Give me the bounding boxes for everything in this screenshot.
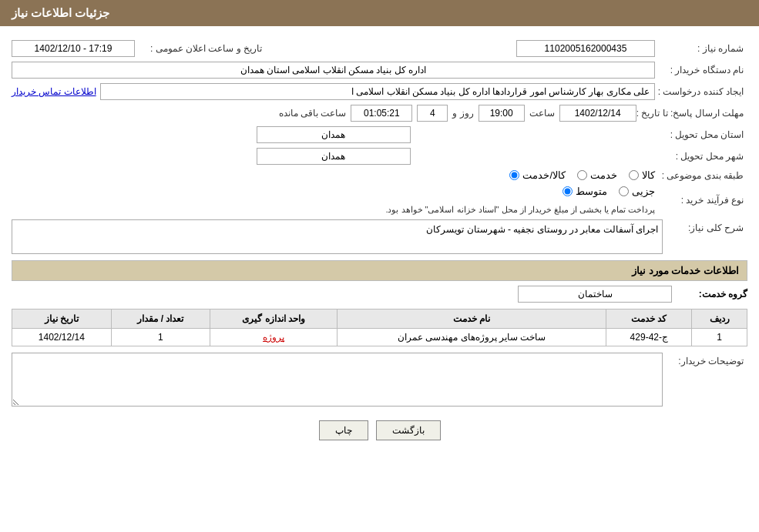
need-desc-label: شرح کلی نیاز: <box>663 223 747 233</box>
col-service-code: کد خدمت <box>606 309 692 329</box>
time-label: ساعت <box>529 108 555 119</box>
date-input[interactable] <box>559 105 636 122</box>
days-input[interactable] <box>417 105 448 122</box>
remaining-label: ساعت باقی مانده <box>279 108 347 119</box>
province-label: استان محل تحویل : <box>655 129 747 140</box>
category-goods-service-radio[interactable] <box>509 170 519 180</box>
city-input[interactable] <box>257 148 411 165</box>
city-label: شهر محل تحویل : <box>655 151 747 162</box>
creator-contact-link[interactable]: اطلاعات تماس خریدار <box>12 86 96 97</box>
back-button[interactable]: بازگشت <box>376 420 441 440</box>
action-buttons: بازگشت چاپ <box>12 420 747 440</box>
time-input[interactable] <box>479 105 525 122</box>
need-desc-box[interactable]: اجرای آسفالت معابر در روستای نجفیه - شهر… <box>12 219 663 254</box>
purchase-type-label: نوع فرآیند خرید : <box>655 195 747 206</box>
purchase-partial-radio[interactable] <box>619 186 629 196</box>
page-title: جزئیات اطلاعات نیاز <box>12 6 109 19</box>
col-unit: واحد اندازه گیری <box>210 309 338 329</box>
purchase-partial-label: جزیی <box>632 186 655 197</box>
service-name-cell: ساخت سایر پروژه‌های مهندسی عمران <box>337 329 606 346</box>
purchase-medium-option[interactable]: متوسط <box>563 186 607 197</box>
creator-label: ایجاد کننده درخواست : <box>655 86 747 97</box>
col-row-num: ردیف <box>692 309 747 329</box>
print-button[interactable]: چاپ <box>319 420 368 440</box>
send-deadline-label: مهلت ارسال پاسخ: تا تاریخ : <box>636 108 747 119</box>
need-date-cell: 1402/12/14 <box>12 329 112 346</box>
remaining-input[interactable] <box>351 105 412 122</box>
page-header: جزئیات اطلاعات نیاز <box>0 0 759 26</box>
days-label: روز و <box>452 108 473 119</box>
col-quantity: تعداد / مقدار <box>111 309 210 329</box>
province-input[interactable] <box>257 126 411 143</box>
category-service-radio[interactable] <box>577 170 587 180</box>
category-service-option[interactable]: خدمت <box>577 169 617 181</box>
creator-input[interactable] <box>100 83 655 100</box>
purchase-partial-option[interactable]: جزیی <box>619 186 655 197</box>
category-goods-service-label: کالا/خدمت <box>522 169 566 181</box>
category-service-label: خدمت <box>590 169 617 181</box>
service-code-cell: ج-42-429 <box>606 329 692 346</box>
buyer-org-input[interactable] <box>12 62 655 79</box>
announcement-label: تاریخ و ساعت اعلان عمومی : <box>135 43 266 54</box>
category-goods-radio[interactable] <box>629 170 639 180</box>
category-goods-option[interactable]: کالا <box>629 169 655 181</box>
unit-cell: پروژه <box>210 329 338 346</box>
category-goods-label: کالا <box>642 169 655 181</box>
category-goods-service-option[interactable]: کالا/خدمت <box>509 169 566 181</box>
need-number-label: شماره نیاز : <box>655 43 747 54</box>
buyer-org-label: نام دستگاه خریدار : <box>655 65 747 75</box>
table-row: 1ج-42-429ساخت سایر پروژه‌های مهندسی عمرا… <box>12 329 747 346</box>
announcement-input[interactable] <box>12 40 135 57</box>
need-number-input[interactable] <box>516 40 655 57</box>
col-service-name: نام خدمت <box>337 309 606 329</box>
services-section-header: اطلاعات خدمات مورد نیاز <box>12 260 747 281</box>
group-service-label: گروه خدمت: <box>678 289 747 299</box>
purchase-medium-radio[interactable] <box>563 186 573 196</box>
purchase-medium-label: متوسط <box>576 186 607 197</box>
row-num-cell: 1 <box>692 329 747 346</box>
col-need-date: تاریخ نیاز <box>12 309 112 329</box>
category-label: طبقه بندی موضوعی : <box>655 170 747 181</box>
services-table: ردیف کد خدمت نام خدمت واحد اندازه گیری ت… <box>12 309 747 346</box>
buyer-desc-textarea[interactable] <box>12 353 663 407</box>
purchase-note: پرداخت تمام یا بخشی از مبلغ خریدار از مح… <box>385 205 655 215</box>
quantity-cell: 1 <box>111 329 210 346</box>
buyer-desc-label: توضیحات خریدار: <box>663 356 747 366</box>
group-service-input[interactable] <box>518 286 672 303</box>
